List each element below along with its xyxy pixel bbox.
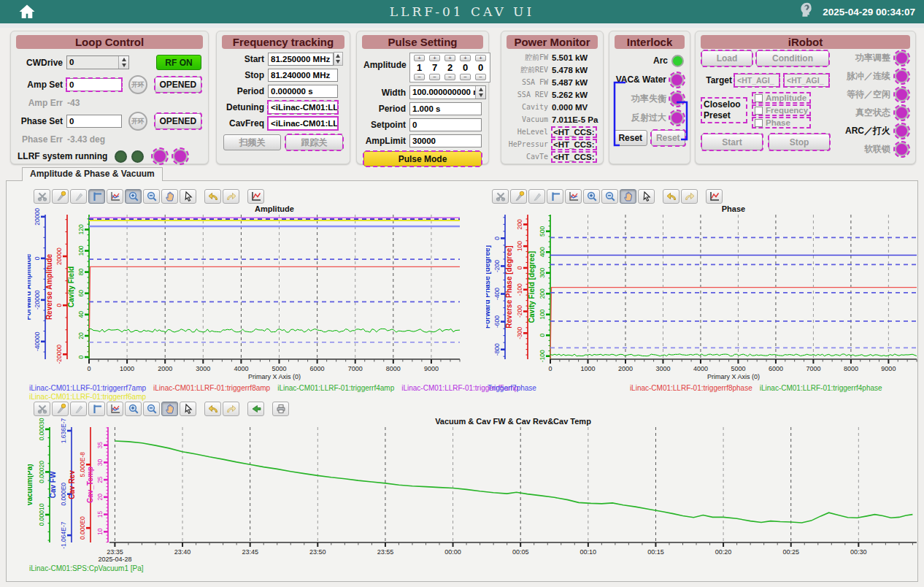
tab-amplitude-phase-vacuum[interactable]: Amplitude & Phase & Vacuum [22, 167, 163, 181]
pan-button[interactable] [161, 402, 178, 416]
vacuum-chart[interactable]: Vacuum & Cav FW & Cav Rev&Cav TempVacuum… [28, 417, 920, 564]
condition-button[interactable]: Condition [756, 50, 829, 66]
load-button[interactable]: Load [701, 50, 752, 66]
svg-text:23:40: 23:40 [174, 548, 191, 556]
pan-button[interactable] [620, 189, 636, 204]
spinner-arrows-icon[interactable] [118, 56, 128, 69]
amplitude-digit-spinner[interactable]: +1−+7−+2−+0−+0− [409, 53, 490, 83]
redo-button[interactable] [223, 402, 239, 416]
cwdrive-spinner[interactable]: 0 [66, 55, 129, 69]
spinner-arrows-icon[interactable] [475, 86, 485, 99]
target-field-2[interactable]: <HT_AGI_ [784, 74, 829, 87]
stagger-axes-button[interactable] [107, 402, 123, 416]
stagger-axes-button[interactable] [107, 189, 123, 204]
preset-checkbox-row[interactable]: Phase [752, 118, 810, 128]
tools-button[interactable] [492, 189, 509, 204]
digit-increment-button[interactable]: + [444, 55, 455, 61]
phase-set-input[interactable]: 0 [66, 115, 122, 128]
digit-decrement-button[interactable]: − [475, 74, 486, 80]
zoom-in-button[interactable] [125, 189, 142, 204]
crosshair-button[interactable] [88, 189, 105, 204]
reset-remote-button[interactable]: Reset [651, 130, 685, 146]
digit-decrement-button[interactable]: − [429, 74, 440, 80]
pan-button[interactable] [161, 189, 178, 204]
amp-set-input[interactable]: 0 [66, 78, 122, 91]
add-annotation-button[interactable] [52, 402, 69, 416]
digit-decrement-button[interactable]: − [414, 74, 425, 80]
redo-button[interactable] [223, 189, 239, 204]
zoom-out-button[interactable] [601, 189, 618, 204]
svg-text:1.636E-7: 1.636E-7 [60, 418, 67, 443]
spinner-arrows-icon[interactable] [334, 52, 343, 66]
add-annotation-button[interactable] [52, 189, 69, 204]
power-monitor-row: SSA REV5.262 kW [506, 88, 598, 101]
setpoint-input[interactable]: 0 [409, 118, 482, 131]
zoom-out-button[interactable] [143, 402, 160, 416]
crosshair-button[interactable] [88, 402, 105, 416]
field-value[interactable]: <iLinac-CM01:LL [268, 117, 338, 130]
target-field-1[interactable]: <HT_AGI_ [734, 74, 779, 87]
phase-open-loop-button[interactable]: 开环 [128, 112, 147, 131]
remove-annotation-button[interactable] [70, 189, 87, 204]
digit-increment-button[interactable]: + [414, 55, 425, 61]
checkbox-icon[interactable] [755, 119, 763, 127]
crosshair-button[interactable] [547, 189, 563, 204]
preset-checkbox-row[interactable]: Frequency [752, 105, 810, 115]
pointer-button[interactable] [180, 402, 196, 416]
sweep-off-button[interactable]: 扫频关 [223, 134, 281, 150]
undo-button[interactable] [204, 402, 221, 416]
svg-text:0: 0 [516, 266, 523, 269]
zoom-in-button[interactable] [125, 402, 142, 416]
digit-increment-button[interactable]: + [475, 55, 486, 61]
zoom-out-button[interactable] [143, 189, 160, 204]
rf-on-button[interactable]: RF ON [156, 55, 201, 70]
panel-power-monitor: Power Monitor 腔前FW5.501 kW腔前REV5.478 kWS… [501, 31, 604, 164]
amplimit-input[interactable]: 30000 [409, 134, 482, 147]
pointer-button[interactable] [180, 189, 196, 204]
amp-err-label: Amp Err [18, 98, 63, 108]
remove-annotation-button[interactable] [528, 189, 545, 204]
tools-button[interactable] [34, 402, 50, 416]
zoom-in-button[interactable] [583, 189, 600, 204]
reset-button[interactable]: Reset [614, 130, 647, 146]
phase-opened-button[interactable]: OPENED [155, 113, 201, 129]
stop-button[interactable]: Stop [769, 134, 830, 150]
field-value[interactable]: 0.000000 s [268, 85, 338, 98]
undo-button[interactable] [663, 189, 679, 204]
remove-annotation-button[interactable] [70, 402, 87, 416]
checkbox-label: Phase [766, 118, 790, 127]
pulse-mode-button[interactable]: Pulse Mode [363, 151, 482, 166]
digit-decrement-button[interactable]: − [444, 74, 455, 80]
amplitude-chart[interactable]: AmplitudeForward Amplitude200000-20000-4… [28, 204, 464, 384]
period-input[interactable]: 1.000 s [409, 102, 482, 115]
track-off-button[interactable]: 跟踪关 [285, 134, 343, 150]
redo-button[interactable] [681, 189, 698, 204]
width-spinner[interactable]: 100.000000000 m [409, 85, 486, 99]
field-value[interactable]: <iLinac-CM01:LL [268, 101, 338, 114]
snapshot-button[interactable] [706, 189, 723, 204]
export-button[interactable] [247, 402, 264, 416]
power-monitor-row: Cavity0.000 MV [506, 101, 598, 113]
stagger-axes-button[interactable] [565, 189, 582, 204]
digit-increment-button[interactable]: + [460, 55, 471, 61]
assistant-head-icon[interactable] [797, 1, 816, 23]
preset-checkbox-row[interactable]: Amplitude [752, 93, 810, 103]
amp-opened-button[interactable]: OPENED [155, 77, 201, 93]
field-value[interactable]: 81.250000 MHz [268, 53, 334, 66]
digit-decrement-button[interactable]: − [460, 74, 471, 80]
undo-button[interactable] [204, 189, 221, 204]
snapshot-button[interactable] [247, 189, 264, 204]
tools-button[interactable] [34, 189, 50, 204]
amp-open-loop-button[interactable]: 开环 [128, 75, 147, 94]
checkbox-icon[interactable] [755, 107, 763, 115]
phase-chart[interactable]: PhaseForward Phase [degree]0-200-400-600… [486, 204, 920, 384]
print-button[interactable] [272, 402, 289, 416]
checkbox-icon[interactable] [755, 94, 763, 102]
stagger-axes-icon [568, 191, 580, 202]
field-value[interactable]: 81.240000 MHz [268, 69, 338, 82]
svg-text:9000: 9000 [424, 365, 439, 372]
start-button[interactable]: Start [701, 134, 763, 150]
digit-increment-button[interactable]: + [429, 55, 440, 61]
add-annotation-button[interactable] [510, 189, 527, 204]
pointer-button[interactable] [638, 189, 655, 204]
